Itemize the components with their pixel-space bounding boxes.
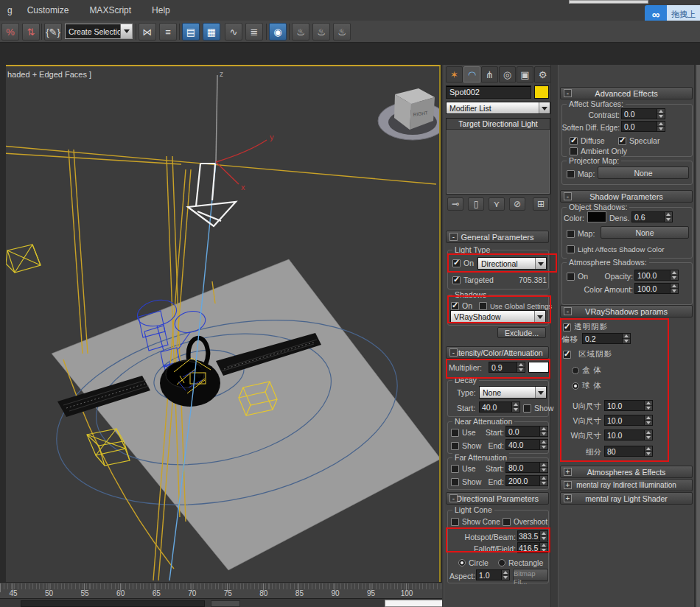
vsize-spinner[interactable]: 10.0: [604, 415, 653, 426]
light-affects-checkbox[interactable]: [567, 245, 575, 253]
spinner-arrows[interactable]: [670, 270, 678, 280]
make-unique-icon[interactable]: ⋎: [489, 197, 505, 211]
usize-spinner[interactable]: 10.0: [604, 400, 653, 411]
atmosphere-on-checkbox[interactable]: [567, 273, 575, 281]
chevron-down-icon[interactable]: [534, 311, 545, 322]
collapse-icon[interactable]: -: [449, 494, 458, 502]
far-use-checkbox[interactable]: [451, 465, 459, 473]
pin-stack-icon[interactable]: ⊸: [447, 197, 463, 211]
far-show-checkbox[interactable]: [451, 478, 459, 486]
menu-item-maxscript[interactable]: MAXScript: [82, 5, 139, 15]
wsize-spinner[interactable]: 10.0: [604, 429, 653, 441]
light-on-checkbox[interactable]: [452, 259, 461, 267]
rectangle-radio[interactable]: [498, 559, 505, 566]
show-cone-checkbox[interactable]: [451, 518, 459, 526]
rollout-mr-indirect-illumination[interactable]: + mental ray Indirect Illumination: [560, 479, 693, 491]
far-end-spinner[interactable]: 200.0: [505, 475, 548, 486]
layer-manager-icon[interactable]: ▤: [182, 23, 200, 41]
rollout-intensity[interactable]: - Intensity/Color/Attenuation: [446, 346, 549, 359]
bitmap-fit-button[interactable]: Bitmap Fit...: [513, 569, 548, 581]
snap-percent-icon[interactable]: %: [1, 23, 19, 41]
spinner-arrows[interactable]: [664, 212, 672, 222]
rollout-vrayshadows-params[interactable]: - VRayShadows params: [560, 305, 693, 317]
shadow-map-button[interactable]: None: [601, 226, 689, 239]
ambient-only-checkbox[interactable]: [570, 147, 578, 155]
targeted-checkbox[interactable]: [452, 276, 461, 284]
spinner-arrows[interactable]: [539, 543, 547, 552]
rollout-shadow-parameters[interactable]: - Shadow Parameters: [560, 190, 693, 203]
snap-spinner-icon[interactable]: ⇅: [22, 23, 40, 41]
dens-spinner[interactable]: 0.6: [631, 211, 673, 222]
collapse-icon[interactable]: -: [564, 89, 572, 97]
modifier-list-dropdown[interactable]: Modifier List: [446, 102, 550, 114]
scene-explorer-icon[interactable]: ▦: [203, 23, 220, 41]
rollout-mr-light-shader[interactable]: + mental ray Light Shader: [560, 492, 693, 505]
spinner-arrows[interactable]: [670, 284, 678, 293]
shadow-map-checkbox[interactable]: [567, 230, 575, 238]
opacity-spinner[interactable]: 100.0: [634, 270, 679, 281]
show-end-result-icon[interactable]: ▯: [468, 197, 484, 211]
color-amount-spinner[interactable]: 100.0: [634, 283, 679, 294]
spinner-arrows[interactable]: [644, 401, 652, 410]
near-start-spinner[interactable]: 0.0: [505, 426, 548, 437]
spinner-arrows[interactable]: [657, 122, 665, 131]
selection-set-combo[interactable]: Create Selection Se: [65, 24, 133, 39]
collapse-icon[interactable]: -: [449, 233, 458, 241]
decay-start-spinner[interactable]: 40.0: [479, 401, 520, 413]
perspective-viewport[interactable]: z y x RIGHT haded + Edged: [6, 65, 441, 582]
expand-icon[interactable]: +: [564, 468, 572, 476]
render-production-icon[interactable]: ♨: [292, 23, 309, 41]
exclude-button[interactable]: Exclude...: [497, 327, 546, 338]
area-shadows-checkbox[interactable]: [563, 351, 571, 359]
modifier-stack[interactable]: Target Directional Light: [446, 118, 550, 194]
decay-type-dropdown[interactable]: None: [479, 386, 547, 399]
shadow-plugin-dropdown[interactable]: VRayShadow: [450, 310, 546, 323]
shadow-color-swatch[interactable]: [587, 211, 606, 222]
expand-icon[interactable]: +: [564, 494, 572, 502]
quick-render-icon[interactable]: ♨: [333, 23, 351, 41]
subdivs-spinner[interactable]: 80: [604, 446, 653, 457]
circle-radio[interactable]: [458, 559, 466, 566]
stack-item-light[interactable]: Target Directional Light: [447, 119, 550, 130]
shadows-on-checkbox[interactable]: [451, 302, 459, 310]
chevron-down-icon[interactable]: [120, 24, 132, 38]
projector-map-checkbox[interactable]: [567, 170, 575, 178]
tab-display[interactable]: ▣: [517, 66, 533, 83]
diffuse-checkbox[interactable]: [570, 137, 578, 145]
time-slider-ruler[interactable]: 4550556065707580859095100: [0, 582, 442, 598]
viewport-shading-label[interactable]: haded + Edged Faces ]: [7, 70, 91, 79]
spinner-arrows[interactable]: [622, 334, 630, 343]
near-end-spinner[interactable]: 40.0: [505, 439, 548, 450]
rendered-frame-icon[interactable]: ♨: [312, 23, 330, 41]
collapse-icon[interactable]: -: [564, 307, 572, 315]
spinner-arrows[interactable]: [657, 109, 665, 119]
specular-checkbox[interactable]: [618, 137, 626, 145]
spinner-arrows[interactable]: [539, 476, 547, 485]
status-button-partial[interactable]: [211, 600, 240, 607]
hotspot-spinner[interactable]: 383.5: [517, 530, 548, 541]
spinner-arrows[interactable]: [644, 430, 652, 440]
render-setup-icon[interactable]: ◉: [269, 23, 287, 41]
rollout-directional-parameters[interactable]: - Directional Parameters: [446, 492, 549, 505]
spinner-arrows[interactable]: [501, 570, 509, 580]
rollout-general-parameters[interactable]: - General Parameters: [446, 231, 549, 243]
spinner-arrows[interactable]: [644, 446, 652, 456]
falloff-spinner[interactable]: 416.5: [517, 542, 548, 553]
schematic-view-icon[interactable]: ≣: [245, 23, 263, 41]
sphere-radio[interactable]: [572, 382, 579, 390]
spinner-arrows[interactable]: [539, 440, 547, 449]
tab-hierarchy[interactable]: ⋔: [481, 66, 498, 83]
align-icon[interactable]: ≡: [159, 23, 177, 41]
mirror-icon[interactable]: ⋈: [139, 23, 156, 41]
multiplier-spinner[interactable]: 0.9: [489, 362, 525, 373]
named-selection-icon[interactable]: {✎}: [44, 23, 62, 41]
remove-modifier-icon[interactable]: ⊘: [509, 197, 525, 211]
spinner-arrows[interactable]: [644, 415, 652, 425]
aspect-spinner[interactable]: 1.0: [476, 569, 510, 580]
menu-item-partial[interactable]: g: [0, 5, 20, 15]
menu-item-help[interactable]: Help: [144, 5, 178, 15]
rollout-advanced-effects[interactable]: - Advanced Effects: [560, 87, 693, 99]
spinner-arrows[interactable]: [511, 402, 519, 412]
collapse-icon[interactable]: -: [564, 192, 572, 200]
tab-motion[interactable]: ◎: [499, 66, 516, 83]
